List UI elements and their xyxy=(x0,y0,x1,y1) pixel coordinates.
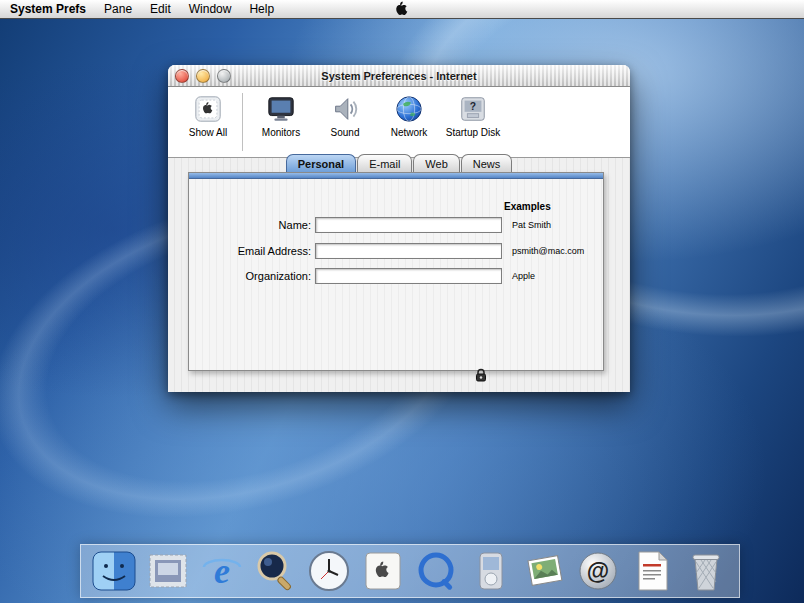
dock-read-me-document-icon[interactable] xyxy=(629,548,675,594)
dock-mail-at-icon[interactable]: @ xyxy=(575,548,621,594)
dock: e @ xyxy=(80,544,740,598)
sound-icon xyxy=(329,93,361,125)
window-toolbar: Show All Monitors Sound Network xyxy=(168,87,630,158)
dock-system-preferences-icon[interactable] xyxy=(360,548,406,594)
email-label: Email Address: xyxy=(189,245,315,257)
organization-field-row: Organization: Apple xyxy=(189,266,535,286)
tab-news[interactable]: News xyxy=(461,154,513,172)
network-icon xyxy=(393,93,425,125)
personal-tab-panel: Examples Name: Pat Smith Email Address: … xyxy=(188,172,604,371)
startup-disk-label: Startup Disk xyxy=(446,127,500,138)
svg-text:?: ? xyxy=(470,101,476,112)
menu-bar: System Prefs Pane Edit Window Help xyxy=(0,0,804,19)
email-field-row: Email Address: psmith@mac.com xyxy=(189,241,584,261)
tab-email[interactable]: E-mail xyxy=(357,154,412,172)
organization-label: Organization: xyxy=(189,270,315,282)
tab-web[interactable]: Web xyxy=(413,154,459,172)
toolbar-show-all[interactable]: Show All xyxy=(176,93,240,138)
minimize-button[interactable] xyxy=(196,69,210,83)
dock-mail-stamp-icon[interactable] xyxy=(145,548,191,594)
toolbar-network[interactable]: Network xyxy=(377,93,441,138)
menu-window[interactable]: Window xyxy=(180,0,241,18)
window-body: Personal E-mail Web News Examples Name: … xyxy=(168,151,630,392)
name-label: Name: xyxy=(189,219,315,231)
menu-help[interactable]: Help xyxy=(240,0,283,18)
window-title: System Preferences - Internet xyxy=(168,70,630,82)
tab-accent-bar xyxy=(189,173,603,179)
menu-pane[interactable]: Pane xyxy=(95,0,141,18)
name-example: Pat Smith xyxy=(512,220,551,230)
organization-input[interactable] xyxy=(315,268,502,284)
tab-bar: Personal E-mail Web News xyxy=(168,154,630,172)
close-button[interactable] xyxy=(175,69,189,83)
sound-label: Sound xyxy=(331,127,360,138)
menu-system-prefs[interactable]: System Prefs xyxy=(0,0,95,18)
dock-trash-icon[interactable] xyxy=(683,548,729,594)
dock-sherlock-icon[interactable] xyxy=(252,548,298,594)
window-titlebar[interactable]: System Preferences - Internet xyxy=(168,65,630,87)
dock-clock-icon[interactable] xyxy=(306,548,352,594)
toolbar-monitors[interactable]: Monitors xyxy=(249,93,313,138)
zoom-button[interactable] xyxy=(217,69,231,83)
show-all-label: Show All xyxy=(189,127,227,138)
svg-text:@: @ xyxy=(587,558,609,584)
startup-disk-icon: ? xyxy=(457,93,489,125)
system-preferences-window: System Preferences - Internet Show All M… xyxy=(168,65,630,392)
dock-finder-icon[interactable] xyxy=(91,548,137,594)
name-input[interactable] xyxy=(315,217,502,233)
tab-personal[interactable]: Personal xyxy=(286,154,356,172)
screen: System Prefs Pane Edit Window Help Syste… xyxy=(0,0,804,603)
menu-edit[interactable]: Edit xyxy=(141,0,180,18)
examples-header: Examples xyxy=(504,201,551,212)
toolbar-startup-disk[interactable]: ? Startup Disk xyxy=(441,93,505,138)
toolbar-divider xyxy=(242,93,243,151)
show-all-icon xyxy=(192,93,224,125)
name-field-row: Name: Pat Smith xyxy=(189,215,551,235)
dock-imovie-icon[interactable] xyxy=(522,548,568,594)
monitors-label: Monitors xyxy=(262,127,300,138)
lock-icon[interactable] xyxy=(475,368,487,382)
monitors-icon xyxy=(265,93,297,125)
dock-quicktime-icon[interactable] xyxy=(414,548,460,594)
network-label: Network xyxy=(391,127,428,138)
apple-logo-icon xyxy=(396,1,409,19)
email-input[interactable] xyxy=(315,243,502,259)
toolbar-sound[interactable]: Sound xyxy=(313,93,377,138)
dock-itunes-device-icon[interactable] xyxy=(468,548,514,594)
organization-example: Apple xyxy=(512,271,535,281)
svg-text:e: e xyxy=(214,551,230,591)
dock-internet-explorer-icon[interactable]: e xyxy=(199,548,245,594)
email-example: psmith@mac.com xyxy=(512,246,584,256)
